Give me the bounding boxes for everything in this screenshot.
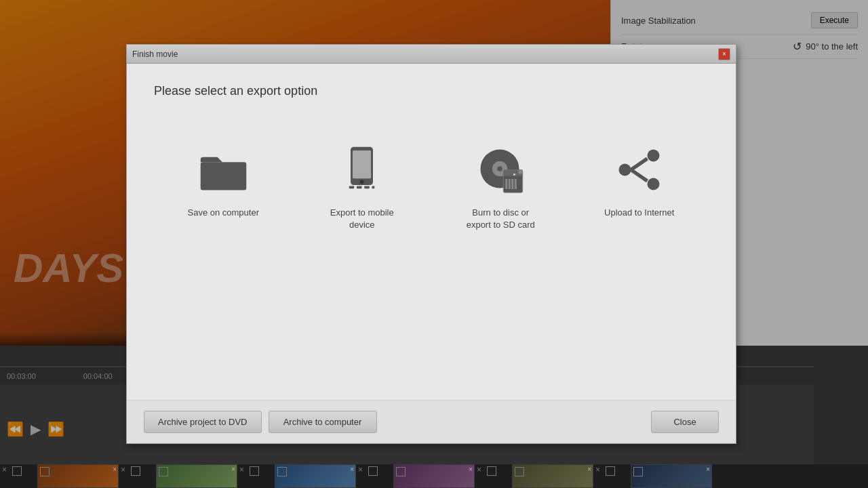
export-options: Save on computer xyxy=(154,132,709,380)
svg-line-23 xyxy=(631,159,648,170)
close-button[interactable]: Close xyxy=(651,411,719,433)
share-icon xyxy=(614,144,665,195)
dialog-footer: Archive project to DVD Archive to comput… xyxy=(127,400,736,443)
save-computer-icon xyxy=(196,142,250,197)
svg-rect-8 xyxy=(372,186,375,188)
svg-point-21 xyxy=(648,178,660,190)
save-computer-label: Save on computer xyxy=(187,207,259,219)
footer-left-buttons: Archive project to DVD Archive to comput… xyxy=(144,411,641,433)
svg-rect-7 xyxy=(365,186,370,188)
svg-rect-16 xyxy=(509,179,511,189)
svg-rect-15 xyxy=(505,179,507,189)
export-mobile-option[interactable]: Export to mobile device xyxy=(311,132,413,241)
svg-line-24 xyxy=(631,169,648,181)
burn-disc-icon xyxy=(473,142,528,197)
burn-disc-option[interactable]: Burn to disc or export to SD card xyxy=(450,132,551,241)
export-mobile-label: Export to mobile device xyxy=(321,207,403,231)
mobile-icon xyxy=(336,144,387,195)
upload-internet-option[interactable]: Upload to Internet xyxy=(589,132,690,229)
finish-movie-dialog: Finish movie × Please select an export o… xyxy=(126,44,736,444)
dialog-body: Please select an export option Save on c… xyxy=(127,64,736,400)
export-mobile-icon xyxy=(335,142,389,197)
svg-point-20 xyxy=(648,149,660,161)
svg-rect-5 xyxy=(349,186,355,188)
archive-computer-button[interactable]: Archive to computer xyxy=(269,411,377,433)
dialog-heading: Please select an export option xyxy=(154,84,709,98)
svg-point-4 xyxy=(360,180,364,184)
dialog-close-button[interactable]: × xyxy=(718,48,730,60)
dialog-title: Finish movie xyxy=(132,49,718,59)
svg-rect-0 xyxy=(201,162,247,190)
svg-rect-6 xyxy=(357,186,362,188)
svg-rect-3 xyxy=(353,150,371,178)
folder-icon xyxy=(198,144,249,195)
upload-internet-icon xyxy=(612,142,667,197)
disc-icon xyxy=(475,144,526,195)
svg-point-22 xyxy=(619,163,631,176)
svg-rect-18 xyxy=(515,179,517,189)
save-computer-option[interactable]: Save on computer xyxy=(172,132,274,229)
burn-disc-label: Burn to disc or export to SD card xyxy=(460,207,541,231)
archive-dvd-button[interactable]: Archive project to DVD xyxy=(144,411,262,433)
svg-rect-14 xyxy=(519,169,523,174)
svg-point-11 xyxy=(497,166,502,171)
upload-internet-label: Upload to Internet xyxy=(604,207,674,219)
svg-rect-17 xyxy=(511,179,513,189)
dialog-titlebar: Finish movie × xyxy=(127,45,736,64)
